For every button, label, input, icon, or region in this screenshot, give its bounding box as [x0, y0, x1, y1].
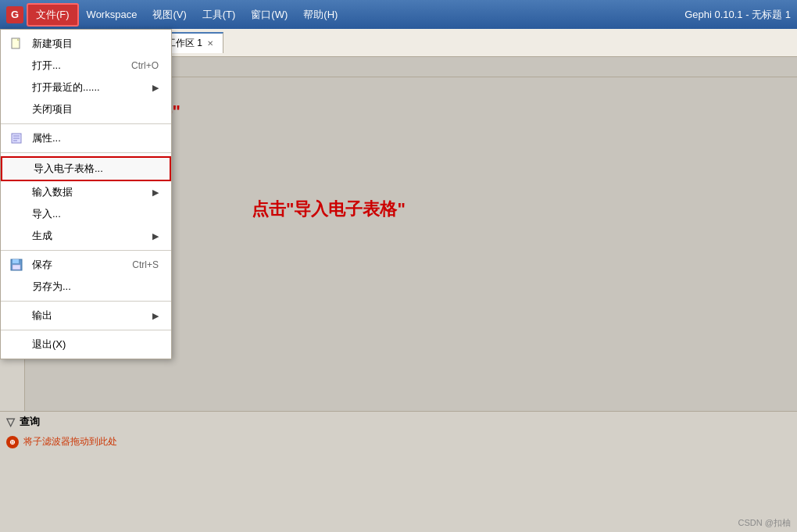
- import-spreadsheet-label: 导入电子表格...: [34, 162, 103, 176]
- separator-4: [1, 301, 171, 302]
- bottom-panel: ▽ 查询 ⊕ 将子滤波器拖动到此处: [0, 411, 797, 532]
- save-label: 保存: [32, 258, 52, 272]
- menu-item-import[interactable]: 导入...: [1, 203, 171, 225]
- menu-item-import-spreadsheet[interactable]: 导入电子表格...: [1, 156, 171, 181]
- open-label: 打开...: [32, 59, 61, 73]
- save-menu-icon: [9, 257, 24, 273]
- import-label: 导入...: [32, 207, 61, 221]
- app-title: Gephi 0.10.1 - 无标题 1: [684, 8, 791, 22]
- separator-5: [1, 330, 171, 330]
- open-recent-arrow: ▶: [152, 83, 159, 93]
- menu-item-open[interactable]: 打开... Ctrl+O: [1, 55, 171, 77]
- watermark: CSDN @扣柚: [738, 517, 791, 529]
- menu-item-close-project[interactable]: 关闭项目: [1, 98, 171, 120]
- menu-item-generate[interactable]: 生成 ▶: [1, 225, 171, 247]
- menu-item-output[interactable]: 输出 ▶: [1, 305, 171, 327]
- close-project-label: 关闭项目: [32, 102, 73, 116]
- title-bar: G 文件(F) Workspace 视图(V) 工具(T) 窗口(W) 帮助(H…: [0, 0, 797, 29]
- save-shortcut: Ctrl+S: [132, 259, 159, 270]
- exit-label: 退出(X): [32, 337, 66, 352]
- menu-help[interactable]: 帮助(H): [295, 5, 345, 25]
- output-arrow: ▶: [152, 311, 159, 321]
- open-recent-label: 打开最近的......: [32, 80, 100, 95]
- svg-rect-19: [13, 265, 20, 270]
- menu-item-exit[interactable]: 退出(X): [1, 334, 171, 355]
- menu-view[interactable]: 视图(V): [145, 5, 194, 25]
- menu-workspace[interactable]: Workspace: [79, 5, 145, 23]
- annotation-click: 点击"导入电子表格": [252, 198, 406, 221]
- menu-tools[interactable]: 工具(T): [195, 5, 244, 25]
- bottom-header: ▽ 查询: [0, 412, 797, 432]
- menu-bar: 文件(F) Workspace 视图(V) 工具(T) 窗口(W) 帮助(H): [27, 3, 684, 27]
- generate-label: 生成: [32, 229, 52, 243]
- query-label: 查询: [20, 415, 40, 429]
- menu-item-open-recent[interactable]: 打开最近的...... ▶: [1, 77, 171, 98]
- new-project-menu-icon: [9, 36, 24, 52]
- input-data-arrow: ▶: [152, 187, 159, 198]
- tab-close-button[interactable]: ✕: [207, 39, 213, 48]
- menu-item-save[interactable]: 保存 Ctrl+S: [1, 254, 171, 276]
- app-logo: G: [6, 6, 23, 23]
- bottom-content: ⊕ 将子滤波器拖动到此处: [0, 432, 797, 452]
- new-project-menu-label: 新建项目: [32, 37, 73, 51]
- file-dropdown-menu: 新建项目 打开... Ctrl+O 打开最近的...... ▶ 关闭项目: [0, 29, 172, 359]
- open-shortcut: Ctrl+O: [131, 60, 159, 71]
- filter-indicator-icon: ⊕: [6, 436, 19, 448]
- svg-rect-18: [13, 259, 19, 263]
- menu-item-properties[interactable]: 属性...: [1, 127, 171, 149]
- dropdown-container: 新建项目 打开... Ctrl+O 打开最近的...... ▶ 关闭项目: [0, 29, 172, 359]
- menu-window[interactable]: 窗口(W): [243, 5, 295, 25]
- separator-1: [1, 123, 171, 124]
- properties-label: 属性...: [32, 131, 61, 145]
- menu-item-new-project[interactable]: 新建项目: [1, 33, 171, 55]
- menu-file[interactable]: 文件(F): [27, 3, 79, 27]
- output-label: 输出: [32, 309, 52, 323]
- generate-arrow: ▶: [152, 231, 159, 241]
- save-as-label: 另存为...: [32, 280, 71, 294]
- separator-2: [1, 152, 171, 153]
- filter-hint: 将子滤波器拖动到此处: [23, 435, 117, 448]
- separator-3: [1, 250, 171, 251]
- properties-icon: [9, 130, 24, 146]
- input-data-label: 输入数据: [32, 185, 73, 199]
- menu-item-input-data[interactable]: 输入数据 ▶: [1, 181, 171, 203]
- menu-item-save-as[interactable]: 另存为...: [1, 276, 171, 298]
- filter-funnel-icon: ▽: [6, 416, 15, 428]
